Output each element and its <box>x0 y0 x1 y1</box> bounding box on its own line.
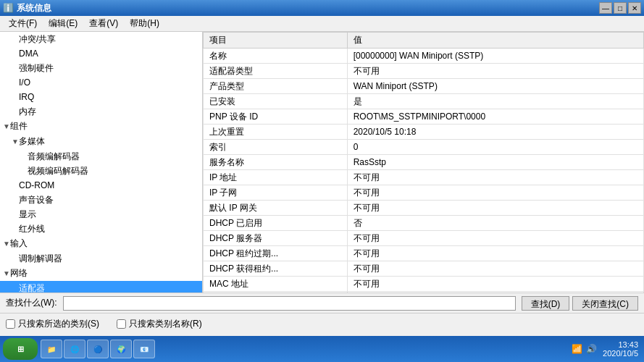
tree-expand-network: ▼ <box>3 267 10 280</box>
bottom-panel: 查找什么(W): 查找(D) 关闭查找(C) 只搜索所选的类别(S) 只搜索类别… <box>0 292 644 336</box>
prop-key: IP 地址 <box>204 170 348 185</box>
tree-label-infrared: 红外线 <box>19 224 45 234</box>
tree-item-modem[interactable]: 调制解调器 <box>0 251 202 266</box>
table-row: PNP 设备 IDROOT\MS_SSTPMINIPORT\0000 <box>204 109 644 125</box>
tree-label-components: 组件 <box>10 121 28 131</box>
prop-key: 已安装 <box>204 94 348 109</box>
checkbox1[interactable] <box>6 319 15 329</box>
title-bar-title: 系统信息 <box>17 2 51 14</box>
prop-value: 否 <box>347 216 643 231</box>
prop-value: 2020/10/5 10:18 <box>347 125 643 140</box>
close-button[interactable]: ✕ <box>628 2 641 14</box>
tree-item-components[interactable]: ▼组件 <box>0 119 202 134</box>
prop-key: 适配器类型 <box>204 64 348 79</box>
tree-label-irq: IRQ <box>19 92 34 102</box>
prop-value: RasSstp <box>347 155 643 170</box>
prop-key: DHCP 租约过期... <box>204 246 348 261</box>
taskbar-right: 📶 🔊 13:43 2020/10/5 <box>571 340 644 358</box>
search-label: 查找什么(W): <box>6 297 57 309</box>
tree-item-infrared[interactable]: 红外线 <box>0 222 202 236</box>
taskbar-app-4[interactable]: 📧 <box>133 340 155 358</box>
taskbar-app-1[interactable]: 🌐 <box>64 340 85 358</box>
checkbox1-label[interactable]: 只搜索所选的类别(S) <box>6 318 99 330</box>
tree-item-display[interactable]: 显示 <box>0 207 202 222</box>
taskbar-app-icon-0: 📁 <box>46 343 57 355</box>
tree-item-adapter[interactable]: 适配器 <box>0 281 202 292</box>
table-row: MAC 地址不可用 <box>204 277 644 292</box>
clock-date: 2020/10/5 <box>603 349 638 358</box>
minimize-button[interactable]: — <box>599 2 612 14</box>
prop-value: WAN Miniport (SSTP) <box>347 79 643 94</box>
tree-label-modem: 调制解调器 <box>19 253 62 264</box>
table-row: IP 子网不可用 <box>204 185 644 201</box>
tree-item-conflict[interactable]: 冲突/共享 <box>0 32 202 46</box>
prop-value: 是 <box>347 94 643 109</box>
tree-label-audio-codec: 音频编解码器 <box>28 151 80 161</box>
tree-item-io[interactable]: I/O <box>0 75 202 90</box>
tree-item-input[interactable]: ▼输入 <box>0 236 202 251</box>
prop-key: DHCP 已启用 <box>204 216 348 231</box>
tree-item-hardware[interactable]: 强制硬件 <box>0 61 202 75</box>
table-row: DHCP 获得租约...不可用 <box>204 261 644 277</box>
menu-item-查看(V)[interactable]: 查看(V) <box>83 16 124 31</box>
prop-key: 上次重置 <box>204 125 348 140</box>
tree-label-media: 多媒体 <box>19 136 45 146</box>
title-bar-left: ℹ️ 系统信息 <box>3 2 51 14</box>
tree-item-sound[interactable]: 声音设备 <box>0 193 202 207</box>
tree-item-network[interactable]: ▼网络 <box>0 266 202 281</box>
tray-sound-icon: 🔊 <box>585 343 597 355</box>
prop-value: [00000000] WAN Miniport (SSTP) <box>347 49 643 64</box>
prop-value: 不可用 <box>347 231 643 246</box>
menu-item-编辑(E)[interactable]: 编辑(E) <box>43 16 83 31</box>
start-button[interactable]: ⊞ <box>3 338 38 360</box>
tree-item-memory[interactable]: 内存 <box>0 104 202 119</box>
tree-item-irq[interactable]: IRQ <box>0 90 202 104</box>
table-row: DHCP 租约过期...不可用 <box>204 246 644 261</box>
maximize-button[interactable]: □ <box>614 2 627 14</box>
taskbar-app-3[interactable]: 🌍 <box>110 340 132 358</box>
checkbox2[interactable] <box>117 319 126 329</box>
checkbox2-text: 只搜索类别名称(R) <box>129 318 202 330</box>
tree-expand-input: ▼ <box>3 237 10 251</box>
tree-item-audio-codec[interactable]: 音频编解码器 <box>0 149 202 164</box>
prop-key: 产品类型 <box>204 79 348 94</box>
col-header-value: 值 <box>347 33 643 49</box>
tree-label-video-codec: 视频编码解码器 <box>28 166 88 176</box>
table-row: 产品类型WAN Miniport (SSTP) <box>204 79 644 94</box>
taskbar-app-2[interactable]: 🔵 <box>87 340 109 358</box>
tree-label-sound: 声音设备 <box>19 195 54 205</box>
clock[interactable]: 13:43 2020/10/5 <box>603 340 638 358</box>
checkbox2-label[interactable]: 只搜索类别名称(R) <box>117 318 202 330</box>
checkbox-bar: 只搜索所选的类别(S) 只搜索类别名称(R) <box>0 313 644 334</box>
prop-key: PNP 设备 ID <box>204 109 348 125</box>
prop-value: 不可用 <box>347 64 643 79</box>
close-find-button[interactable]: 关闭查找(C) <box>572 296 638 311</box>
tree-label-conflict: 冲突/共享 <box>19 34 56 44</box>
prop-value: 不可用 <box>347 201 643 216</box>
prop-value: 0 <box>347 140 643 155</box>
table-row: DHCP 已启用否 <box>204 216 644 231</box>
tree-item-dma[interactable]: DMA <box>0 46 202 61</box>
search-input[interactable] <box>63 296 516 311</box>
menu-item-帮助(H)[interactable]: 帮助(H) <box>124 16 165 31</box>
table-row: 默认 IP 网关不可用 <box>204 201 644 216</box>
tree-label-memory: 内存 <box>19 106 36 117</box>
tree-item-media[interactable]: ▼多媒体 <box>0 134 202 149</box>
tray-network-icon: 📶 <box>571 343 582 355</box>
prop-key: 默认 IP 网关 <box>204 201 348 216</box>
prop-key: DHCP 获得租约... <box>204 261 348 277</box>
taskbar-app-0[interactable]: 📁 <box>41 340 62 358</box>
taskbar-app-icon-2: 🔵 <box>92 343 104 355</box>
prop-value: 不可用 <box>347 170 643 185</box>
prop-value: 不可用 <box>347 246 643 261</box>
table-row: 适配器类型不可用 <box>204 64 644 79</box>
tree-label-network: 网络 <box>10 268 28 278</box>
tree-item-cdrom[interactable]: CD-ROM <box>0 178 202 193</box>
title-icon: ℹ️ <box>3 3 14 13</box>
tree-item-video-codec[interactable]: 视频编码解码器 <box>0 164 202 178</box>
taskbar-app-icon-1: 🌐 <box>69 343 80 355</box>
table-row: 服务名称RasSstp <box>204 155 644 170</box>
menu-item-文件(F)[interactable]: 文件(F) <box>3 16 43 31</box>
find-button[interactable]: 查找(D) <box>522 296 570 311</box>
table-row: 名称[00000000] WAN Miniport (SSTP) <box>204 49 644 64</box>
